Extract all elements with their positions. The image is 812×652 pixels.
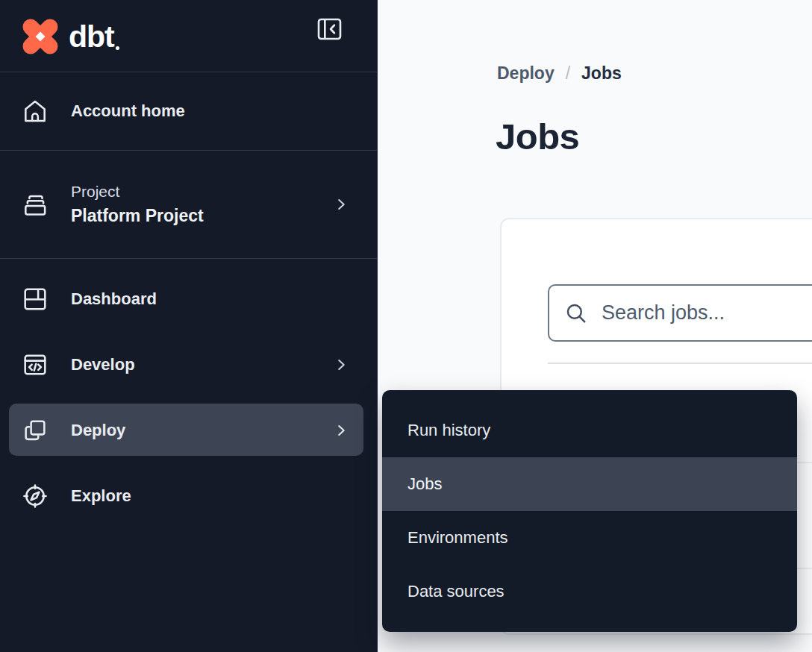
sidebar-item-explore[interactable]: Explore (0, 463, 377, 529)
explore-compass-icon (21, 482, 49, 510)
dashboard-icon (21, 285, 49, 313)
menu-item-environments[interactable]: Environments (382, 511, 797, 565)
breadcrumb-deploy-link[interactable]: Deploy (497, 63, 555, 84)
sidebar: dbt Account home (0, 0, 378, 652)
sidebar-collapse-button[interactable] (316, 16, 343, 43)
sidebar-item-dashboard[interactable]: Dashboard (0, 266, 377, 332)
project-name: Platform Project (71, 206, 204, 226)
dbt-logo: dbt (20, 16, 119, 57)
chevron-right-icon (333, 357, 349, 373)
chevron-right-icon (333, 196, 349, 213)
deploy-icon (21, 416, 49, 445)
project-text: Project Platform Project (71, 183, 204, 226)
sidebar-item-label: Explore (71, 486, 131, 506)
sidebar-header: dbt (0, 0, 377, 72)
breadcrumb-separator: / (566, 63, 570, 84)
chevron-right-icon (333, 422, 349, 439)
search-section-divider (548, 363, 812, 364)
menu-item-data-sources[interactable]: Data sources (382, 565, 797, 618)
sidebar-item-label: Deploy (71, 421, 125, 440)
deploy-flyout-menu: Run history Jobs Environments Data sourc… (382, 390, 797, 632)
breadcrumb: Deploy / Jobs (497, 63, 622, 84)
develop-code-icon (21, 351, 49, 379)
sidebar-item-account-home[interactable]: Account home (0, 72, 377, 150)
sidebar-item-deploy[interactable]: Deploy (0, 398, 377, 463)
sidebar-item-develop[interactable]: Develop (0, 332, 377, 398)
collapse-sidebar-icon (316, 16, 343, 42)
sidebar-item-label: Develop (71, 355, 135, 374)
breadcrumb-current: Jobs (581, 63, 622, 84)
project-label: Project (71, 183, 204, 201)
sidebar-divider (0, 258, 377, 259)
active-item-highlight (9, 404, 363, 456)
project-stack-icon (21, 190, 49, 219)
sidebar-item-project[interactable]: Project Platform Project (0, 151, 377, 258)
logo-text: dbt (69, 16, 114, 57)
search-jobs-input[interactable] (602, 301, 811, 325)
home-icon (21, 97, 49, 125)
search-icon (563, 301, 589, 326)
search-box (548, 284, 812, 342)
dbt-logo-icon (20, 16, 60, 57)
menu-item-jobs[interactable]: Jobs (382, 457, 797, 511)
sidebar-item-label: Account home (71, 101, 185, 121)
logo-trademark-dot (116, 46, 119, 50)
sidebar-item-label: Dashboard (71, 289, 157, 309)
menu-item-run-history[interactable]: Run history (382, 404, 797, 457)
page-title: Jobs (496, 116, 579, 157)
dbt-cloud-app: dbt Account home (0, 0, 812, 652)
